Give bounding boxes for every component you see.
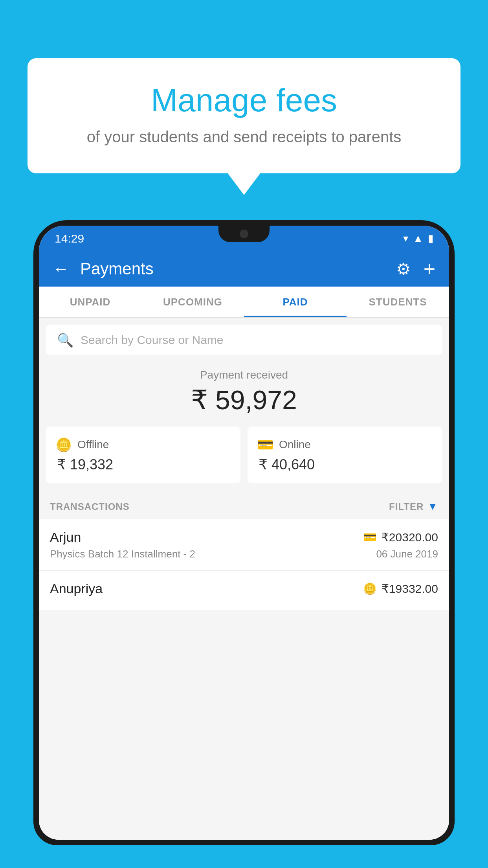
phone-frame: 14:29 ▾ ▲ ▮ ← Payments ⚙ + UNPAID UPCOMI… [33, 220, 455, 868]
online-amount: ₹ 40,640 [257, 456, 433, 473]
transaction-amount: ₹20320.00 [382, 530, 438, 544]
transaction-name: Arjun [50, 530, 81, 545]
payment-received-label: Payment received [39, 369, 449, 381]
offline-card: 🪙 Offline ₹ 19,332 [46, 427, 240, 483]
status-icons: ▾ ▲ ▮ [403, 232, 433, 245]
tab-unpaid[interactable]: UNPAID [39, 287, 141, 317]
wifi-icon: ▾ [403, 232, 408, 245]
search-bar[interactable]: 🔍 Search by Course or Name [46, 325, 442, 355]
offline-label: Offline [77, 438, 109, 451]
speech-bubble: Manage fees of your students and send re… [28, 58, 460, 173]
notch [218, 226, 270, 242]
tab-upcoming[interactable]: UPCOMING [141, 287, 244, 317]
app-content: 🔍 Search by Course or Name Payment recei… [39, 318, 449, 840]
page-title: Payments [80, 259, 396, 278]
filter-icon: ▼ [427, 500, 438, 513]
notch-camera [240, 230, 248, 238]
transaction-card-icon: 💳 [363, 531, 377, 544]
status-time: 14:29 [55, 232, 84, 245]
payment-cards: 🪙 Offline ₹ 19,332 💳 Online ₹ 40,640 [39, 427, 449, 483]
transactions-header: TRANSACTIONS FILTER ▼ [39, 494, 449, 519]
transaction-course: Physics Batch 12 Installment - 2 [50, 548, 195, 560]
transaction-row[interactable]: Arjun 💳 ₹20320.00 Physics Batch 12 Insta… [39, 519, 449, 570]
online-card: 💳 Online ₹ 40,640 [248, 427, 442, 483]
bubble-subtitle: of your students and send receipts to pa… [55, 128, 433, 146]
search-icon: 🔍 [57, 332, 73, 348]
tabs-bar: UNPAID UPCOMING PAID STUDENTS [39, 287, 449, 318]
transaction-row[interactable]: Anupriya 🪙 ₹19332.00 [39, 570, 449, 610]
online-icon: 💳 [257, 437, 273, 452]
offline-icon: 🪙 [55, 437, 72, 452]
signal-icon: ▲ [413, 232, 423, 245]
filter-label: FILTER [389, 501, 424, 512]
status-bar: 14:29 ▾ ▲ ▮ [39, 226, 449, 251]
transaction-name: Anupriya [50, 581, 103, 596]
phone-outer: 14:29 ▾ ▲ ▮ ← Payments ⚙ + UNPAID UPCOMI… [33, 220, 455, 845]
payment-received-amount: ₹ 59,972 [39, 384, 449, 416]
transaction-amount-wrap: 🪙 ₹19332.00 [363, 582, 438, 596]
app-header: ← Payments ⚙ + [39, 251, 449, 287]
online-label: Online [279, 438, 311, 451]
filter-button[interactable]: FILTER ▼ [389, 500, 438, 513]
transactions-label: TRANSACTIONS [50, 501, 130, 512]
add-button[interactable]: + [424, 257, 435, 281]
transaction-offline-icon: 🪙 [363, 582, 377, 595]
transaction-amount: ₹19332.00 [382, 582, 438, 596]
battery-icon: ▮ [428, 232, 433, 245]
phone-inner: 14:29 ▾ ▲ ▮ ← Payments ⚙ + UNPAID UPCOMI… [39, 226, 449, 840]
speech-bubble-container: Manage fees of your students and send re… [28, 58, 460, 173]
transaction-date: 06 June 2019 [376, 548, 438, 560]
search-input[interactable]: Search by Course or Name [81, 333, 224, 347]
transaction-amount-wrap: 💳 ₹20320.00 [363, 530, 438, 544]
offline-amount: ₹ 19,332 [55, 456, 231, 473]
tab-paid[interactable]: PAID [244, 287, 347, 317]
gear-icon[interactable]: ⚙ [396, 259, 411, 279]
payment-received-section: Payment received ₹ 59,972 [39, 355, 449, 427]
bubble-title: Manage fees [55, 82, 433, 119]
tab-students[interactable]: STUDENTS [347, 287, 449, 317]
back-button[interactable]: ← [53, 259, 69, 278]
